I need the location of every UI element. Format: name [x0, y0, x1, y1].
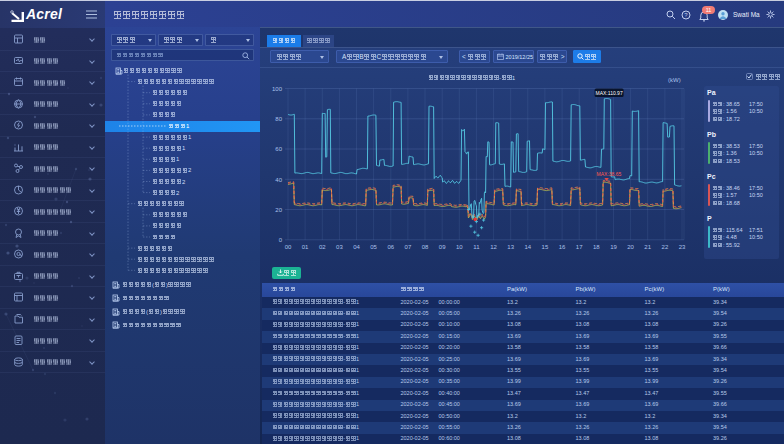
- svg-text:11: 11: [473, 244, 480, 250]
- svg-text:04: 04: [353, 244, 360, 250]
- svg-text:03: 03: [336, 244, 343, 250]
- svg-text:20: 20: [627, 244, 634, 250]
- svg-text:12: 12: [490, 244, 497, 250]
- svg-text:20: 20: [275, 207, 282, 213]
- svg-text:00: 00: [285, 244, 292, 250]
- svg-text:40: 40: [275, 177, 282, 183]
- svg-text:01: 01: [302, 244, 309, 250]
- svg-text:15: 15: [542, 244, 549, 250]
- svg-text:80: 80: [275, 116, 282, 122]
- svg-text:09: 09: [439, 244, 446, 250]
- svg-text:100: 100: [272, 86, 283, 92]
- svg-text:0: 0: [279, 237, 283, 243]
- svg-text:?: ?: [684, 12, 688, 18]
- svg-text:02: 02: [319, 244, 326, 250]
- svg-text:08: 08: [422, 244, 429, 250]
- svg-text:23: 23: [679, 244, 686, 250]
- svg-text:22: 22: [662, 244, 669, 250]
- svg-text:21: 21: [644, 244, 651, 250]
- svg-text:06: 06: [387, 244, 394, 250]
- svg-text:60: 60: [275, 146, 282, 152]
- svg-text:10: 10: [456, 244, 463, 250]
- svg-text:MAX:38.65: MAX:38.65: [597, 171, 622, 177]
- svg-text:07: 07: [405, 244, 412, 250]
- svg-text:13: 13: [507, 244, 514, 250]
- svg-text:19: 19: [610, 244, 617, 250]
- svg-text:14: 14: [524, 244, 531, 250]
- svg-text:05: 05: [370, 244, 377, 250]
- svg-text:MAX:110.97: MAX:110.97: [596, 90, 623, 96]
- svg-text:17: 17: [576, 244, 583, 250]
- svg-text:18: 18: [593, 244, 600, 250]
- svg-text:16: 16: [559, 244, 566, 250]
